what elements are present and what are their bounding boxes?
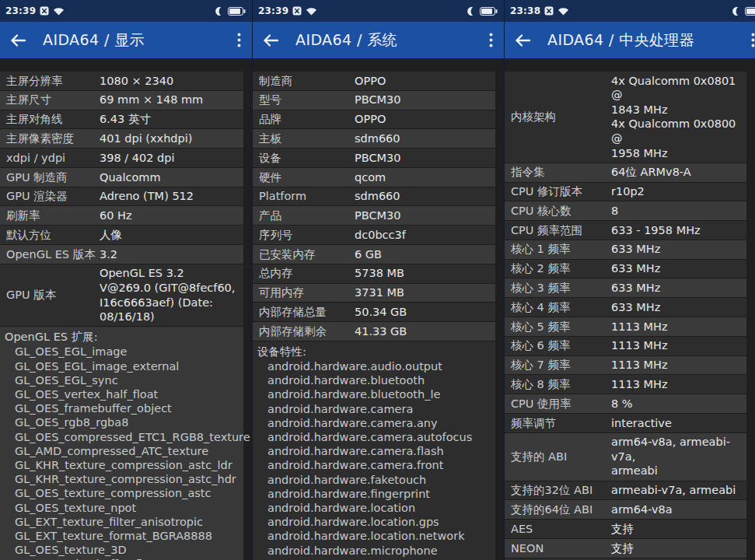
info-row: 总内存5738 MB: [253, 264, 495, 284]
screenshot-stage: 23:39 AIDA64 / 显示: [0, 0, 755, 560]
info-value: 633 MHz: [611, 278, 746, 297]
info-label: 频率调节: [511, 416, 611, 431]
info-label: 序列号: [259, 228, 355, 243]
back-arrow-icon[interactable]: [514, 30, 534, 51]
info-value: 支持: [611, 539, 746, 558]
info-label: 刷新率: [6, 208, 100, 223]
info-table-display[interactable]: 主屏分辨率1080 × 2340主屏尺寸69 mm × 148 mm主屏对角线6…: [0, 58, 252, 560]
info-value: armeabi-v7a, armeabi: [611, 481, 746, 500]
info-label: 核心 8 频率: [511, 377, 611, 392]
info-value: arm64-v8a, armeabi-v7a, armeabi: [611, 433, 746, 481]
info-row: GPU 版本OpenGL ES 3.2 V@269.0 (GIT@8fecf60…: [0, 264, 243, 327]
list-item: android.hardware.microphone: [257, 544, 495, 558]
back-arrow-icon[interactable]: [9, 30, 30, 51]
info-row: 主屏尺寸69 mm × 148 mm: [0, 91, 243, 110]
info-label: 内部存储剩余: [259, 324, 355, 339]
list-item: GL_OES_framebuffer_object: [5, 401, 243, 415]
info-label: OpenGL ES 版本: [6, 247, 100, 262]
info-value: 8 %: [611, 394, 746, 413]
info-row: 核心 2 频率633 MHz: [505, 260, 746, 279]
list-item: GL_OES_EGL_sync: [5, 373, 243, 387]
info-label: 总内存: [259, 266, 355, 281]
info-row: 主屏像素密度401 dpi (xxhdpi): [0, 129, 243, 149]
list-item: android.hardware.location: [257, 501, 495, 515]
info-label: CPU 频率范围: [511, 223, 611, 238]
list-item: GL_KHR_texture_compression_astc_ldr: [5, 458, 243, 472]
status-left-group: 23:38: [510, 5, 569, 16]
list-item: android.hardware.camera.any: [257, 416, 495, 430]
info-value: OPPO: [355, 110, 495, 129]
info-label: 已安装内存: [259, 247, 355, 262]
status-right-group: [731, 6, 755, 16]
list-item: android.hardware.fingerprint: [257, 487, 495, 501]
info-row: 默认方位人像: [0, 226, 243, 245]
overflow-menu-icon[interactable]: [488, 33, 494, 48]
info-value: dc0bcc3f: [355, 226, 495, 244]
info-value: PBCM30: [355, 91, 495, 110]
info-table-system[interactable]: 制造商OPPO型号PBCM30品牌OPPO主板sdm660设备PBCM30硬件q…: [253, 58, 504, 560]
info-row: 主屏对角线6.43 英寸: [0, 110, 243, 130]
info-value: PBCM30: [355, 206, 495, 225]
phone-panel-cpu: 23:38 AIDA64 / 中央处理器: [504, 0, 755, 560]
info-label: 主屏对角线: [6, 112, 100, 127]
info-row: 内部存储剩余41.33 GB: [253, 322, 495, 341]
info-row: CPU 使用率8 %: [505, 394, 746, 414]
info-row: 序列号dc0bcc3f: [253, 226, 495, 245]
info-value: 633 - 1958 MHz: [611, 221, 746, 240]
status-bar: 23:39: [0, 0, 252, 22]
info-row: 核心 1 频率633 MHz: [505, 240, 746, 260]
status-clock: 23:39: [5, 5, 36, 16]
info-label: GPU 版本: [6, 288, 100, 303]
info-row: 产品PBCM30: [253, 206, 495, 226]
info-label: 型号: [259, 93, 355, 107]
info-table-cpu[interactable]: 内核架构4x Qualcomm 0x0801 @ 1843 MHz 4x Qua…: [505, 58, 755, 560]
info-row: GPU 制造商Qualcomm: [0, 168, 243, 187]
info-row: 核心 8 频率1113 MHz: [505, 375, 746, 394]
info-row: 核心 5 频率1113 MHz: [505, 317, 746, 337]
list-item: GL_AMD_compressed_ATC_texture: [5, 444, 243, 458]
info-label: 可用内存: [259, 285, 355, 300]
info-value: 633 MHz: [611, 240, 746, 259]
info-row: OpenGL ES 版本3.2: [0, 245, 243, 264]
info-value: 633 MHz: [611, 298, 746, 317]
list-item: android.hardware.camera.front: [257, 458, 495, 472]
info-value: OpenGL ES 3.2 V@269.0 (GIT@8fecf60, I16c…: [100, 264, 243, 327]
status-clock: 23:38: [510, 5, 540, 16]
info-label: 核心 6 频率: [511, 338, 611, 353]
info-label: 支持的64位 ABI: [511, 502, 611, 517]
info-value: sdm660: [355, 187, 495, 206]
list-item: GL_OES_texture_3D: [5, 543, 243, 557]
overflow-menu-icon[interactable]: [750, 33, 755, 48]
back-arrow-icon[interactable]: [262, 30, 282, 51]
info-value: 1113 MHz: [611, 375, 746, 394]
info-value: arm64-v8a: [611, 500, 746, 519]
info-value: 3.2: [100, 245, 243, 264]
info-row: Platformsdm660: [253, 187, 495, 207]
wifi-icon: [53, 7, 65, 16]
info-row: 指令集64位 ARMv8-A: [505, 163, 746, 183]
info-value: 64位 ARMv8-A: [611, 163, 746, 182]
info-value: sdm660: [355, 129, 495, 148]
battery-icon: [745, 7, 755, 16]
overflow-menu-icon[interactable]: [236, 33, 242, 48]
info-row: 核心 6 频率1113 MHz: [505, 337, 746, 356]
info-value: 3731 MB: [355, 284, 495, 303]
list-item: GL_OES_EGL_image_external: [5, 359, 243, 373]
list-item: android.hardware.faketouch: [257, 473, 495, 487]
info-label: 设备: [259, 151, 355, 166]
info-label: CPU 修订版本: [511, 184, 611, 199]
info-value: OPPO: [355, 72, 495, 90]
list-item: GL_KHR_texture_compression_astc_hdr: [5, 472, 243, 486]
list-item: GL_OES_compressed_ETC1_RGB8_texture: [5, 430, 243, 444]
info-label: 内核架构: [511, 110, 611, 124]
status-left-group: 23:39: [258, 5, 317, 16]
info-label: 支持的32位 ABI: [511, 483, 611, 498]
info-value: 50.34 GB: [355, 303, 495, 321]
app-bar: AIDA64 / 显示: [0, 22, 252, 58]
status-bar: 23:38: [505, 0, 755, 22]
sim-x-icon: [40, 6, 49, 16]
info-row: GPU 渲染器Adreno (TM) 512: [0, 187, 243, 207]
info-value: 4x Qualcomm 0x0801 @ 1843 MHz 4x Qualcom…: [611, 72, 746, 163]
info-value: PBCM30: [355, 149, 495, 167]
info-label: 硬件: [259, 170, 355, 185]
